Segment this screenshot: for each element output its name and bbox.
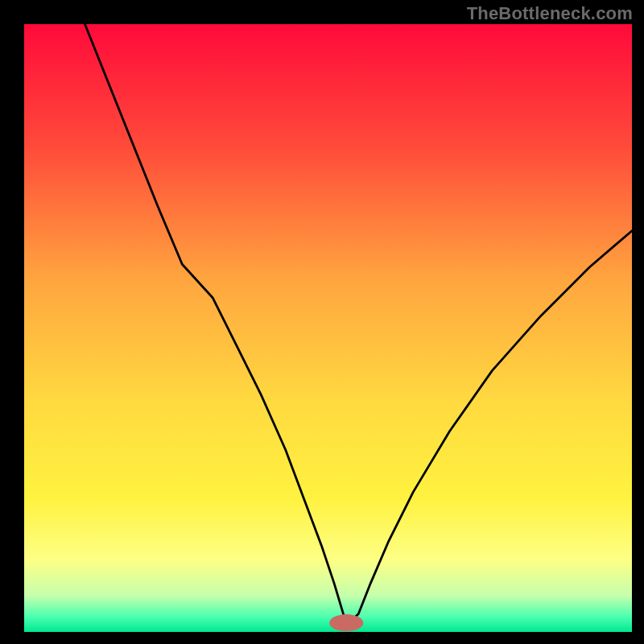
chart-frame: TheBottleneck.com xyxy=(0,0,644,644)
optimum-marker xyxy=(329,614,363,631)
plot-background xyxy=(24,24,632,632)
bottleneck-chart xyxy=(0,0,644,644)
